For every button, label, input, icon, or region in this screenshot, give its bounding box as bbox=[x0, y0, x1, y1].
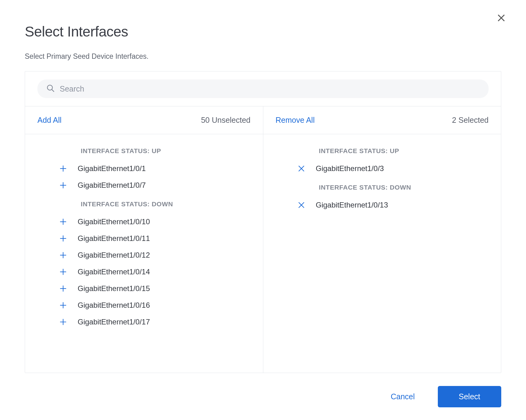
search-input[interactable] bbox=[59, 84, 480, 94]
remove-all-link[interactable]: Remove All bbox=[276, 116, 315, 125]
dialog-subtitle: Select Primary Seed Device Interfaces. bbox=[25, 52, 501, 61]
selected-list[interactable]: INTERFACE STATUS: UPGigabitEthernet1/0/3… bbox=[263, 134, 501, 373]
unselected-column: Add All 50 Unselected INTERFACE STATUS: … bbox=[25, 106, 263, 373]
add-all-link[interactable]: Add All bbox=[37, 116, 62, 125]
interface-name: GigabitEthernet1/0/16 bbox=[78, 301, 150, 310]
interface-name: GigabitEthernet1/0/17 bbox=[78, 318, 150, 326]
interface-row: GigabitEthernet1/0/3 bbox=[263, 160, 501, 177]
plus-icon[interactable] bbox=[58, 164, 68, 173]
interface-name: GigabitEthernet1/0/15 bbox=[78, 284, 150, 293]
interface-row: GigabitEthernet1/0/7 bbox=[25, 177, 263, 194]
interface-name: GigabitEthernet1/0/10 bbox=[78, 217, 150, 226]
dialog-title: Select Interfaces bbox=[25, 23, 501, 40]
interface-row: GigabitEthernet1/0/17 bbox=[25, 314, 263, 330]
plus-icon[interactable] bbox=[58, 181, 68, 190]
interface-name: GigabitEthernet1/0/3 bbox=[316, 164, 384, 173]
interface-status-heading: INTERFACE STATUS: UP bbox=[263, 140, 501, 160]
interface-status-heading: INTERFACE STATUS: UP bbox=[25, 140, 263, 160]
interface-status-heading: INTERFACE STATUS: DOWN bbox=[25, 194, 263, 213]
plus-icon[interactable] bbox=[58, 234, 68, 243]
search-bar bbox=[25, 71, 501, 106]
search-field[interactable] bbox=[37, 79, 489, 98]
interface-row: GigabitEthernet1/0/10 bbox=[25, 213, 263, 230]
svg-line-3 bbox=[52, 90, 54, 92]
plus-icon[interactable] bbox=[58, 267, 68, 276]
dialog-footer: Cancel Select bbox=[25, 373, 501, 420]
remove-icon[interactable] bbox=[297, 164, 306, 173]
interface-name: GigabitEthernet1/0/11 bbox=[78, 234, 150, 243]
interface-name: GigabitEthernet1/0/12 bbox=[78, 251, 150, 259]
interface-row: GigabitEthernet1/0/12 bbox=[25, 247, 263, 264]
interface-row: GigabitEthernet1/0/1 bbox=[25, 160, 263, 177]
interface-row: GigabitEthernet1/0/14 bbox=[25, 264, 263, 280]
unselected-header: Add All 50 Unselected bbox=[25, 106, 263, 134]
interfaces-panel: Add All 50 Unselected INTERFACE STATUS: … bbox=[25, 71, 501, 373]
svg-point-2 bbox=[47, 85, 52, 90]
plus-icon[interactable] bbox=[58, 317, 68, 327]
plus-icon[interactable] bbox=[58, 301, 68, 310]
interface-row: GigabitEthernet1/0/13 bbox=[263, 197, 501, 213]
interface-name: GigabitEthernet1/0/13 bbox=[316, 201, 388, 209]
interface-status-heading: INTERFACE STATUS: DOWN bbox=[263, 177, 501, 197]
plus-icon[interactable] bbox=[58, 251, 68, 260]
selected-count: 2 Selected bbox=[452, 116, 489, 125]
interface-name: GigabitEthernet1/0/1 bbox=[78, 164, 146, 173]
remove-icon[interactable] bbox=[297, 200, 306, 210]
selected-header: Remove All 2 Selected bbox=[263, 106, 501, 134]
search-icon bbox=[46, 84, 55, 94]
plus-icon[interactable] bbox=[58, 217, 68, 226]
interface-name: GigabitEthernet1/0/14 bbox=[78, 268, 150, 276]
select-interfaces-dialog: Select Interfaces Select Primary Seed De… bbox=[0, 0, 526, 420]
close-icon[interactable] bbox=[496, 12, 507, 24]
plus-icon[interactable] bbox=[58, 284, 68, 293]
unselected-count: 50 Unselected bbox=[201, 116, 251, 125]
interface-row: GigabitEthernet1/0/16 bbox=[25, 297, 263, 314]
unselected-list[interactable]: INTERFACE STATUS: UPGigabitEthernet1/0/1… bbox=[25, 134, 263, 373]
cancel-button[interactable]: Cancel bbox=[390, 389, 416, 404]
dual-list: Add All 50 Unselected INTERFACE STATUS: … bbox=[25, 106, 501, 373]
interface-name: GigabitEthernet1/0/7 bbox=[78, 181, 146, 190]
select-button[interactable]: Select bbox=[438, 386, 501, 407]
interface-row: GigabitEthernet1/0/11 bbox=[25, 230, 263, 247]
selected-column: Remove All 2 Selected INTERFACE STATUS: … bbox=[263, 106, 501, 373]
interface-row: GigabitEthernet1/0/15 bbox=[25, 280, 263, 297]
